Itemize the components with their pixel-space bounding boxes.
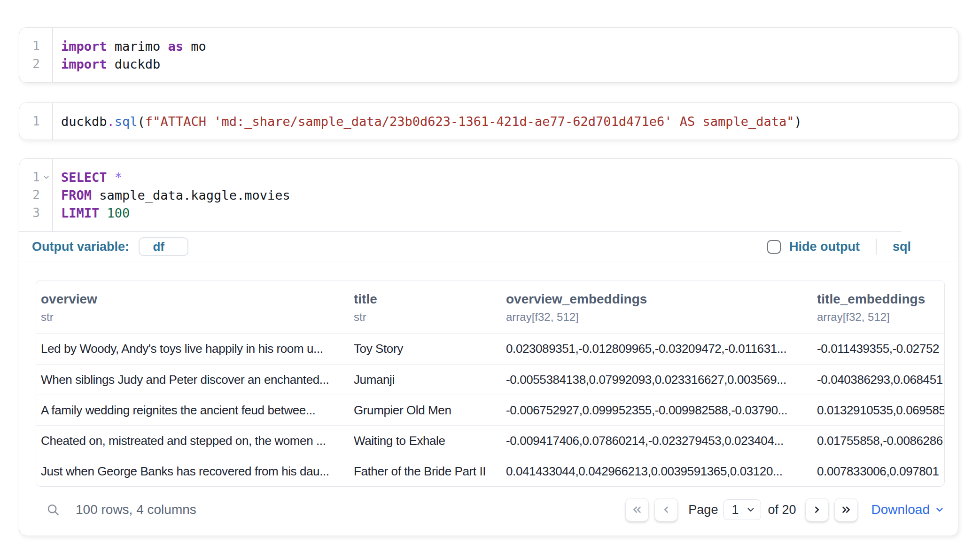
table-cell: Cheated on, mistreated and stepped on, t… <box>36 426 349 456</box>
code-line: SELECT * <box>61 168 958 186</box>
code-token: ) <box>794 114 802 129</box>
table-row[interactable]: Led by Woody, Andy's toys live happily i… <box>36 334 944 364</box>
table-row[interactable]: Just when George Banks has recovered fro… <box>36 456 944 486</box>
column-name: overview_embeddings <box>506 291 812 308</box>
code-token: import <box>61 57 107 71</box>
table-body: Led by Woody, Andy's toys live happily i… <box>36 334 944 486</box>
output-variable-input[interactable] <box>139 237 188 256</box>
table-cell: Grumpier Old Men <box>349 395 501 425</box>
code-token: FROM <box>61 188 92 202</box>
chevrons-right-icon <box>840 504 852 516</box>
code-token: duckdb <box>107 57 161 71</box>
table-row[interactable]: A family wedding reignites the ancient f… <box>36 395 944 425</box>
column-name: title_embeddings <box>817 291 944 308</box>
download-button[interactable]: Download <box>871 502 945 517</box>
search-icon[interactable] <box>44 500 62 519</box>
table-header-row: overviewstrtitlestroverview_embeddingsar… <box>36 280 944 334</box>
next-page-button[interactable] <box>805 498 829 521</box>
chevron-right-icon <box>811 504 823 516</box>
dataframe-table: overviewstrtitlestroverview_embeddingsar… <box>36 280 945 487</box>
code-line: LIMIT 100 <box>61 204 958 222</box>
column-dtype: str <box>354 311 501 324</box>
code-token <box>99 206 107 220</box>
line-number-gutter: 12 <box>19 28 53 82</box>
notebook-cell-attach: 1duckdb.sql(f"ATTACH 'md:_share/sample_d… <box>19 102 958 140</box>
code-token: f <box>145 114 153 129</box>
chevrons-left-icon <box>631 504 643 516</box>
table-cell: Waiting to Exhale <box>349 426 501 456</box>
code-token: SELECT <box>61 170 107 185</box>
code-line: duckdb.sql(f"ATTACH 'md:_share/sample_da… <box>61 112 958 130</box>
code-editor-attach[interactable]: 1duckdb.sql(f"ATTACH 'md:_share/sample_d… <box>19 103 958 140</box>
column-header-overview[interactable]: overviewstr <box>36 291 349 324</box>
first-page-button[interactable] <box>625 498 649 521</box>
code-token: . <box>107 114 115 129</box>
chevron-left-icon <box>660 504 672 516</box>
line-number: 2 <box>19 57 40 71</box>
line-number-gutter: 123 <box>19 159 53 231</box>
code-token: LIMIT <box>61 206 99 220</box>
code-lines: import marimo as moimport duckdb <box>53 28 958 82</box>
column-header-title[interactable]: titlestr <box>349 291 501 324</box>
code-token: "ATTACH 'md:_share/sample_data/23b0d623-… <box>153 114 794 129</box>
table-row[interactable]: Cheated on, mistreated and stepped on, t… <box>36 425 944 456</box>
line-number: 1 <box>19 39 40 53</box>
table-cell: 0.007833006,0.097801 <box>812 456 944 486</box>
column-header-overview_embeddings[interactable]: overview_embeddingsarray[f32, 512] <box>501 291 812 324</box>
code-lines: SELECT *FROM sample_data.kaggle.moviesLI… <box>53 159 958 231</box>
code-editor-imports[interactable]: 12import marimo as moimport duckdb <box>19 28 958 82</box>
table-cell: Just when George Banks has recovered fro… <box>36 456 349 486</box>
code-token: ( <box>138 114 145 129</box>
table-cell: -0.011439355,-0.02752 <box>812 334 944 364</box>
code-token: import <box>61 39 107 54</box>
table-cell: A family wedding reignites the ancient f… <box>36 395 349 425</box>
table-footer: 100 rows, 4 columns Page 1 of 20 <box>36 497 945 522</box>
column-name: overview <box>41 291 349 308</box>
pagination: Page 1 of 20 Download <box>625 498 945 521</box>
line-number-gutter: 1 <box>19 103 53 140</box>
output-variable-label: Output variable: <box>32 240 129 254</box>
hide-output-label[interactable]: Hide output <box>789 240 860 254</box>
page-select[interactable]: 1 <box>723 499 761 520</box>
table-cell: -0.0055384138,0.07992093,0.023316627,0.0… <box>501 365 812 395</box>
column-dtype: array[f32, 512] <box>817 311 944 324</box>
table-cell: Jumanji <box>349 365 501 395</box>
divider <box>876 239 877 255</box>
column-header-title_embeddings[interactable]: title_embeddingsarray[f32, 512] <box>812 291 944 324</box>
line-number: 3 <box>19 206 40 220</box>
code-editor-sql[interactable]: 123SELECT *FROM sample_data.kaggle.movie… <box>19 159 958 231</box>
chevron-down-icon <box>934 505 945 515</box>
column-dtype: str <box>41 311 349 324</box>
last-page-button[interactable] <box>834 498 858 521</box>
fold-chevron-icon[interactable] <box>40 173 52 181</box>
table-cell: Father of the Bride Part II <box>349 456 501 486</box>
code-token: mo <box>183 39 206 54</box>
table-cell: 0.023089351,-0.012809965,-0.03209472,-0.… <box>501 334 812 364</box>
previous-page-button[interactable] <box>654 498 678 521</box>
table-cell: Toy Story <box>349 334 501 364</box>
code-line: FROM sample_data.kaggle.movies <box>61 186 958 204</box>
hide-output-checkbox[interactable] <box>767 240 781 254</box>
code-token <box>107 170 115 185</box>
line-number: 1 <box>19 170 40 184</box>
notebook-cell-imports: 12import marimo as moimport duckdb <box>19 27 958 83</box>
code-lines: duckdb.sql(f"ATTACH 'md:_share/sample_da… <box>53 103 958 140</box>
page-select-value: 1 <box>731 503 746 517</box>
language-button-sql[interactable]: sql <box>893 240 911 254</box>
code-token: as <box>168 39 184 54</box>
table-cell: When siblings Judy and Peter discover an… <box>36 365 349 395</box>
chevron-down-icon <box>746 505 756 515</box>
code-line: import marimo as mo <box>61 37 958 55</box>
table-row[interactable]: When siblings Judy and Peter discover an… <box>36 364 944 395</box>
code-token: sample_data.kaggle.movies <box>92 188 290 202</box>
code-token: duckdb <box>61 114 107 129</box>
code-token: sql <box>115 114 138 129</box>
page-label: Page <box>688 503 718 517</box>
column-dtype: array[f32, 512] <box>506 311 812 324</box>
table-cell: Led by Woody, Andy's toys live happily i… <box>36 334 349 364</box>
code-line: import duckdb <box>61 55 958 73</box>
column-name: title <box>354 291 501 308</box>
code-token: 100 <box>107 206 130 220</box>
table-cell: 0.01755858,-0.0086286 <box>812 426 944 456</box>
code-token: marimo <box>107 39 168 54</box>
